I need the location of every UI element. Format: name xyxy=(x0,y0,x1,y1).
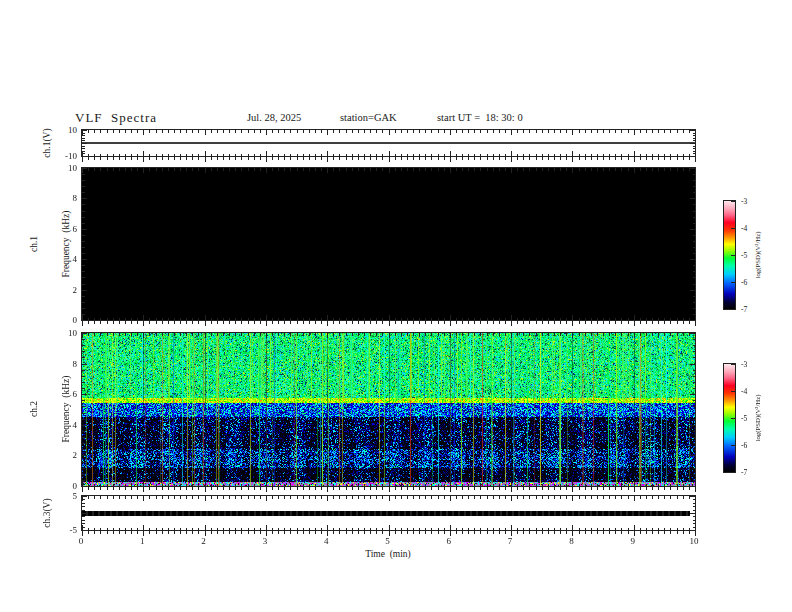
tick-mark xyxy=(107,333,108,336)
tick-mark xyxy=(511,315,512,320)
tick-mark xyxy=(82,364,85,365)
tick-mark xyxy=(82,503,85,504)
tick-mark xyxy=(523,168,524,171)
y-tick-label: 2 xyxy=(55,286,77,295)
tick-mark xyxy=(205,487,206,492)
tick-mark xyxy=(640,154,641,157)
tick-mark xyxy=(677,154,678,157)
tick-mark xyxy=(658,496,659,499)
tick-mark xyxy=(474,484,475,487)
tick-mark xyxy=(156,487,157,490)
tick-mark xyxy=(303,154,304,157)
tick-mark xyxy=(156,484,157,487)
tick-mark xyxy=(149,321,150,324)
tick-mark xyxy=(664,333,665,336)
tick-mark xyxy=(456,333,457,336)
tick-mark xyxy=(309,484,310,487)
tick-mark xyxy=(468,484,469,487)
tick-mark xyxy=(693,135,696,136)
tick-mark xyxy=(529,487,530,490)
tick-mark xyxy=(143,481,144,486)
tick-mark xyxy=(693,345,696,346)
tick-mark xyxy=(499,321,500,324)
tick-mark xyxy=(94,531,95,534)
tick-mark xyxy=(376,333,377,336)
tick-mark xyxy=(566,157,567,160)
tick-mark xyxy=(186,154,187,157)
tick-mark xyxy=(517,484,518,487)
tick-mark xyxy=(241,154,242,157)
tick-mark xyxy=(591,318,592,321)
tick-mark xyxy=(82,148,85,149)
tick-mark xyxy=(536,157,537,160)
tick-mark xyxy=(529,333,530,336)
tick-mark xyxy=(180,318,181,321)
tick-mark xyxy=(542,333,543,336)
tick-mark xyxy=(628,531,629,534)
tick-mark xyxy=(591,321,592,324)
tick-mark xyxy=(646,157,647,160)
tick-mark xyxy=(670,487,671,490)
tick-mark xyxy=(511,525,512,530)
tick-mark xyxy=(186,487,187,490)
tick-mark xyxy=(444,333,445,336)
tick-mark xyxy=(693,351,696,352)
tick-mark xyxy=(603,484,604,487)
tick-mark xyxy=(462,333,463,336)
tick-mark xyxy=(615,168,616,171)
tick-mark xyxy=(211,318,212,321)
x-tick-label: 7 xyxy=(499,537,521,546)
tick-mark xyxy=(82,506,85,507)
tick-mark xyxy=(628,528,629,531)
tick-mark xyxy=(82,499,85,500)
tick-mark xyxy=(333,487,334,490)
tick-mark xyxy=(401,130,402,133)
tick-mark xyxy=(395,531,396,534)
tick-mark xyxy=(505,528,506,531)
tick-mark xyxy=(431,318,432,321)
tick-mark xyxy=(493,130,494,133)
tick-mark xyxy=(634,487,635,492)
tick-mark xyxy=(198,531,199,534)
tick-mark xyxy=(119,321,120,324)
tick-mark xyxy=(683,487,684,490)
tick-mark xyxy=(542,496,543,499)
tick-mark xyxy=(677,318,678,321)
tick-mark xyxy=(229,531,230,534)
tick-mark xyxy=(438,157,439,160)
tick-mark xyxy=(407,484,408,487)
tick-mark xyxy=(634,315,635,320)
tick-mark xyxy=(554,321,555,324)
tick-mark xyxy=(566,168,567,171)
colorbar-tick-mark xyxy=(731,418,735,419)
tick-mark xyxy=(174,487,175,490)
tick-mark xyxy=(683,154,684,157)
tick-mark xyxy=(82,143,85,144)
tick-mark xyxy=(609,168,610,171)
tick-mark xyxy=(603,130,604,133)
tick-mark xyxy=(88,157,89,160)
tick-mark xyxy=(652,321,653,324)
tick-mark xyxy=(168,130,169,133)
tick-mark xyxy=(364,321,365,324)
tick-mark xyxy=(517,157,518,160)
tick-mark xyxy=(591,130,592,133)
tick-mark xyxy=(309,531,310,534)
tick-mark xyxy=(658,321,659,324)
tick-mark xyxy=(254,333,255,336)
tick-mark xyxy=(431,333,432,336)
tick-mark xyxy=(480,333,481,336)
tick-mark xyxy=(333,168,334,171)
tick-mark xyxy=(346,154,347,157)
tick-mark xyxy=(474,154,475,157)
tick-mark xyxy=(431,321,432,324)
tick-mark xyxy=(235,487,236,490)
tick-mark xyxy=(156,157,157,160)
tick-mark xyxy=(272,484,273,487)
tick-mark xyxy=(192,487,193,490)
tick-mark xyxy=(693,235,696,236)
tick-mark xyxy=(395,130,396,133)
tick-mark xyxy=(591,528,592,531)
tick-mark xyxy=(113,321,114,324)
tick-mark xyxy=(523,321,524,324)
